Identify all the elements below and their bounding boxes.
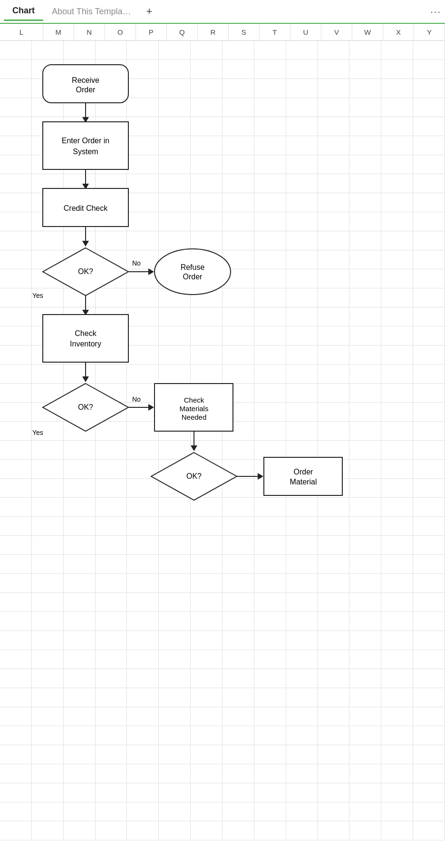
svg-text:Refuse: Refuse [181, 263, 205, 271]
col-header-V: V [321, 24, 352, 40]
tab-chart[interactable]: Chart [4, 2, 43, 21]
col-header-Q: Q [167, 24, 198, 40]
svg-text:Material: Material [290, 478, 317, 486]
col-header-P: P [136, 24, 167, 40]
col-header-T: T [260, 24, 290, 40]
svg-text:Inventory: Inventory [70, 340, 101, 348]
col-header-O: O [105, 24, 136, 40]
col-header-L: L [0, 24, 43, 40]
col-header-X: X [383, 24, 414, 40]
svg-text:Receive: Receive [72, 76, 99, 84]
svg-text:Materials: Materials [180, 404, 209, 413]
svg-text:OK?: OK? [78, 403, 93, 411]
grid-area: Receive Order Enter Order in System Cred… [0, 41, 445, 840]
svg-text:No: No [132, 259, 141, 267]
svg-text:OK?: OK? [186, 472, 202, 480]
svg-text:Check: Check [75, 329, 97, 337]
svg-text:Order: Order [183, 273, 203, 281]
col-header-R: R [198, 24, 229, 40]
svg-marker-45 [258, 473, 263, 480]
col-header-W: W [352, 24, 383, 40]
svg-text:Yes: Yes [32, 429, 43, 436]
svg-marker-13 [82, 241, 89, 247]
col-header-S: S [229, 24, 260, 40]
col-header-Y: Y [414, 24, 445, 40]
flowchart-svg: Receive Order Enter Order in System Cred… [14, 50, 418, 831]
tab-about[interactable]: About This Templa… [43, 3, 139, 20]
svg-text:Credit Check: Credit Check [64, 204, 108, 212]
svg-rect-5 [43, 122, 128, 169]
svg-text:Enter Order in: Enter Order in [62, 137, 109, 145]
svg-text:Order: Order [76, 86, 96, 94]
svg-text:OK?: OK? [78, 267, 93, 276]
svg-text:Needed: Needed [182, 413, 207, 421]
svg-text:Yes: Yes [32, 292, 43, 299]
svg-marker-19 [148, 268, 154, 275]
svg-marker-41 [191, 445, 197, 451]
tab-add-button[interactable]: + [139, 5, 159, 18]
svg-text:No: No [132, 395, 141, 403]
column-header-row: L M N O P Q R S T U V W X Y [0, 24, 445, 41]
col-header-U: U [290, 24, 321, 40]
svg-text:Check: Check [184, 396, 204, 404]
svg-point-20 [155, 249, 231, 295]
tab-bar: Chart About This Templa… + ··· [0, 0, 445, 24]
tab-more-button[interactable]: ··· [430, 6, 441, 17]
svg-text:Order: Order [294, 468, 314, 476]
svg-rect-25 [43, 315, 128, 362]
col-header-M: M [43, 24, 74, 40]
col-header-N: N [74, 24, 105, 40]
svg-marker-35 [148, 404, 154, 411]
svg-text:System: System [73, 148, 98, 156]
svg-rect-46 [264, 457, 342, 495]
svg-marker-29 [82, 376, 89, 382]
